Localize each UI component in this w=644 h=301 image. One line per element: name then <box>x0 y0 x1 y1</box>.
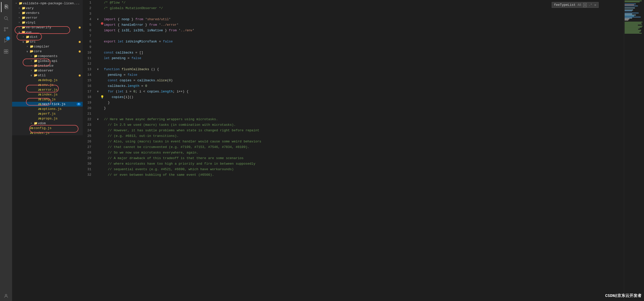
code-token: const <box>104 51 114 55</box>
debug-icon[interactable]: 3 <box>1 35 11 45</box>
search-match-case[interactable]: AB <box>578 3 581 7</box>
search-close[interactable]: ✕ <box>594 3 596 7</box>
svg-point-2 <box>4 28 6 29</box>
code-token: false <box>128 73 137 77</box>
folder-icon: 📁 <box>33 59 38 63</box>
sidebar-item-config-js[interactable]: › JS config.js <box>12 126 83 131</box>
svg-line-1 <box>7 19 8 20</box>
folder-open-icon: 📂 <box>21 30 26 34</box>
extensions-icon[interactable] <box>1 46 11 57</box>
sidebar-item-compiler[interactable]: › 📁 compiler <box>12 44 83 49</box>
debug-badge: 3 <box>6 36 10 40</box>
fold-arrow[interactable]: ∨ <box>95 89 100 94</box>
js-file-icon: JS <box>37 103 42 106</box>
sidebar-item-env-js[interactable]: › JS env.js <box>12 83 83 87</box>
error-count-badge: 4 <box>77 103 81 106</box>
code-token <box>104 79 108 82</box>
user-icon[interactable] <box>1 291 11 301</box>
code-line: 17∨ for (let i = 0; i < copies.length; i… <box>83 89 624 94</box>
modified-indicator <box>79 27 81 29</box>
sidebar-item-components[interactable]: › 📁 components <box>12 54 83 59</box>
tree-arrow: › <box>17 26 21 29</box>
code-token: shared/util <box>147 17 169 21</box>
activity-bar: ⎘ 3 <box>0 0 12 301</box>
fold-arrow[interactable]: ∨ <box>95 117 100 122</box>
code-line: 1/* @flow */ <box>83 0 624 6</box>
code-line: 20} <box>83 106 624 111</box>
folder-icon: 📁 <box>21 16 26 20</box>
sidebar-item-lang-js[interactable]: › JS lang.js <box>12 97 83 102</box>
code-content: // sequential events (e.g. #4521, #6690,… <box>104 167 624 172</box>
code-token: // So we now use microtasks everywhere, … <box>104 151 198 155</box>
sidebar-item-props-js[interactable]: › JS props.js <box>12 116 83 121</box>
sidebar-item-dist[interactable]: › 📁 dist <box>12 35 83 39</box>
watermark: CSDN@京东云开发者 <box>605 293 641 298</box>
line-number: 18 <box>83 94 95 100</box>
sidebar-item-error-js[interactable]: › JS error.js <box>12 87 83 92</box>
code-token: ; i++) { <box>173 90 188 93</box>
code-token: callbacks <box>108 84 126 88</box>
sidebar-item-label: validate-npm-package-licen... <box>23 2 83 5</box>
line-indicator <box>100 22 104 25</box>
sidebar-item-vm-browserify[interactable]: › 📁 vm-browserify <box>12 25 83 30</box>
fold-arrow[interactable]: ∨ <box>95 17 100 22</box>
sidebar-item-src[interactable]: ∨ 📂 src <box>12 39 83 44</box>
line-number: 14 <box>83 72 95 78</box>
fold-arrow[interactable]: ∨ <box>95 67 100 72</box>
sidebar-item-validate-npm[interactable]: › 📁 validate-npm-package-licen... <box>12 1 83 6</box>
tree-arrow: ∨ <box>29 74 33 77</box>
code-token: import <box>104 29 116 32</box>
sidebar-item-next-tick-js[interactable]: › JS next-tick.js 4 <box>12 102 83 107</box>
line-number: 13 <box>83 67 95 72</box>
search-value: feeTypeList <box>554 3 576 7</box>
sidebar-item-options-js[interactable]: › JS options.js <box>12 107 83 111</box>
sidebar-item-vary[interactable]: › 📁 vary <box>12 6 83 11</box>
sidebar-item-util[interactable]: ∨ 📂 util <box>12 73 83 78</box>
code-token: { <box>116 17 122 21</box>
search-whole-word[interactable]: a <box>583 3 587 7</box>
search-icon[interactable] <box>1 13 11 23</box>
code-line: 9 <box>83 44 624 50</box>
sidebar-item-instance[interactable]: › 📁 instance <box>12 63 83 68</box>
code-line: 27 // that cannot be circumvented (e.g. … <box>83 144 624 150</box>
sidebar-item-global-api[interactable]: › 📁 global-api <box>12 59 83 63</box>
code-token: length <box>161 90 173 93</box>
sidebar-item-index-js[interactable]: › JS index.js <box>12 92 83 97</box>
code-token: /* globals MutationObserver */ <box>104 6 163 10</box>
tree-arrow: ∨ <box>21 40 25 43</box>
folder-icon: 📁 <box>18 2 23 5</box>
sidebar-item-vinyl[interactable]: › 📁 vinyl <box>12 20 83 25</box>
sidebar-item-vendors[interactable]: › 📁 vendors <box>12 11 83 15</box>
code-content <box>104 44 624 50</box>
sidebar-item-vue[interactable]: ∨ 📂 vue <box>12 30 83 35</box>
sidebar-item-core[interactable]: ∨ 📂 core <box>12 49 83 54</box>
code-line: 25 // (e.g. #6813, out-in transitions). <box>83 133 624 139</box>
code-token: export <box>104 40 116 43</box>
sidebar-item-verror[interactable]: › 📁 verror <box>12 15 83 20</box>
js-file-icon: JS <box>37 98 42 101</box>
find-widget[interactable]: feeTypeList AB a .* ✕ <box>552 2 599 8</box>
line-number: 19 <box>83 100 95 106</box>
git-icon[interactable] <box>1 24 11 34</box>
sidebar-item-label: util <box>38 73 79 77</box>
search-regex[interactable]: .* <box>589 3 592 7</box>
code-token: copies <box>112 95 124 99</box>
code-token: pending <box>108 73 122 77</box>
sidebar-item-debug-js[interactable]: › JS debug.js <box>12 78 83 83</box>
code-line: 23 // In 2.5 we used (macro) tasks (in c… <box>83 122 624 128</box>
sidebar-item-perf-js[interactable]: › JS perf.js <box>12 111 83 116</box>
code-content: } <box>104 106 624 111</box>
code-token: ' <box>177 23 179 27</box>
code-content: export let isUsingMicroTask = false <box>104 39 624 44</box>
sidebar-item-index-js2[interactable]: › JS index.js <box>12 131 83 135</box>
sidebar-item-label: instance <box>38 64 83 68</box>
code-token: } <box>129 17 135 21</box>
sidebar-item-vdom[interactable]: › 📁 vdom <box>12 121 83 126</box>
editor-content[interactable]: 1/* @flow */2/* globals MutationObserver… <box>83 0 624 301</box>
explorer-icon[interactable]: ⎘ <box>1 2 11 12</box>
folder-open-icon: 📂 <box>33 73 38 77</box>
js-file-icon: JS <box>37 108 42 111</box>
modified-indicator <box>79 74 81 77</box>
code-line: 32 // or even between bubbling of the sa… <box>83 172 624 178</box>
sidebar-item-observer[interactable]: › 📁 observer <box>12 68 83 73</box>
